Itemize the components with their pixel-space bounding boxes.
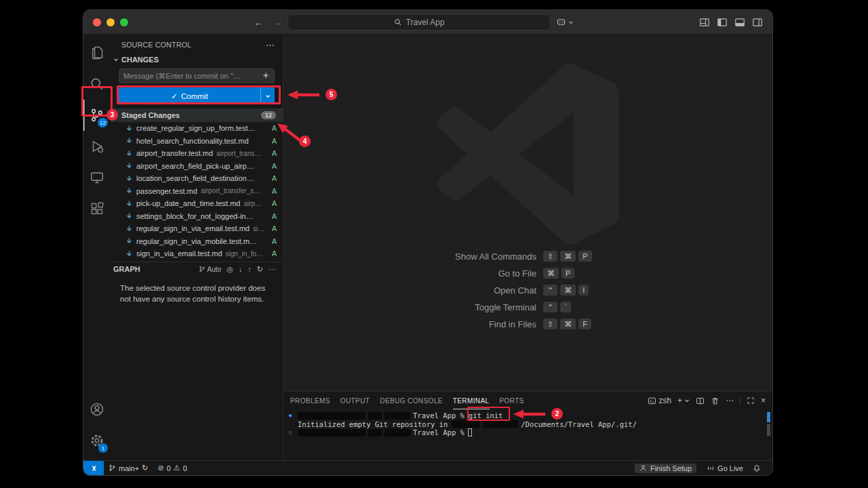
minimize-window-button[interactable] <box>106 18 115 26</box>
file-row[interactable]: regular_sign_in_via_email.test.md si… A <box>111 222 283 235</box>
activity-settings[interactable]: 1 <box>83 425 111 456</box>
key-chip: P <box>561 268 574 279</box>
maximize-panel-icon[interactable] <box>747 396 755 405</box>
copilot-menu[interactable] <box>556 17 574 27</box>
redacted-text <box>483 420 518 428</box>
command-center-search[interactable]: Travel App <box>288 14 551 30</box>
command-decoration-icon: ○ <box>289 430 298 435</box>
file-name: hotel_search_functionality.test.md <box>136 137 249 145</box>
back-icon[interactable]: ← <box>254 17 263 28</box>
tab-debug-console[interactable]: DEBUG CONSOLE <box>380 392 442 409</box>
file-row[interactable]: settings_block_for_not_logged-in_u… A <box>111 210 283 223</box>
activity-run-debug[interactable] <box>83 131 111 162</box>
staged-count-badge: 12 <box>261 111 276 119</box>
bell-icon <box>753 464 761 472</box>
key-chip: ⌃ <box>543 302 557 312</box>
markdown-file-icon <box>125 150 133 157</box>
problems-status-item[interactable]: ⊘ 0 ⚠ 0 <box>153 461 192 475</box>
file-row[interactable]: location_search_field_destination_l… A <box>111 172 283 185</box>
markdown-file-icon <box>125 187 133 195</box>
changes-section-header[interactable]: CHANGES <box>111 52 283 67</box>
pull-icon[interactable]: ↓ <box>239 265 243 273</box>
terminal-output-path: /Documents/Travel App/.git/ <box>521 420 637 428</box>
file-folder: airp… <box>243 200 268 207</box>
go-live-button[interactable]: Go Live <box>702 461 748 475</box>
close-panel-icon[interactable]: × <box>761 396 766 405</box>
activity-remote-explorer[interactable] <box>83 162 111 193</box>
terminal-shell-picker[interactable]: zsh <box>648 396 671 405</box>
generate-commit-message-icon[interactable] <box>262 72 270 80</box>
key-chip: ⌃ <box>543 285 557 296</box>
more-icon[interactable]: ⋯ <box>269 265 276 274</box>
remote-indicator[interactable] <box>83 461 104 475</box>
shortcut-label: Find in Files <box>411 319 543 329</box>
trash-icon[interactable] <box>711 396 719 405</box>
more-actions-icon[interactable]: ⋯ <box>266 40 275 50</box>
file-row[interactable]: sign_in_via_email.test.md sign_in_fo… A <box>111 247 283 260</box>
toggle-primary-sidebar-icon[interactable] <box>717 17 728 28</box>
toggle-secondary-sidebar-icon[interactable] <box>752 17 763 28</box>
file-row[interactable]: airport_transfer.test.md airport_trans… … <box>111 147 283 160</box>
activity-account[interactable] <box>83 394 111 425</box>
error-count: 0 <box>167 464 171 472</box>
check-icon: ✓ <box>171 92 178 101</box>
file-name: airport_search_field_pick-up_airpor… <box>136 162 257 170</box>
customize-layout-icon[interactable] <box>699 17 710 28</box>
activity-source-control[interactable]: 12 <box>83 100 111 131</box>
push-icon[interactable]: ↑ <box>248 265 252 273</box>
split-terminal-icon[interactable] <box>696 396 705 405</box>
terminal-scroll-decoration[interactable] <box>767 412 770 422</box>
tab-terminal[interactable]: TERMINAL <box>453 392 490 409</box>
terminal-line: ● Travel App % git init <box>289 411 772 420</box>
divider <box>740 396 741 405</box>
finish-setup-label: Finish Setup <box>650 464 692 472</box>
file-name: airport_transfer.test.md <box>136 149 213 157</box>
activity-search[interactable] <box>83 68 111 100</box>
commit-button-label: Commit <box>181 92 208 100</box>
source-control-sidebar: SOURCE CONTROL ⋯ CHANGES ✓ Commit <box>111 35 283 460</box>
target-icon[interactable]: ◎ <box>226 265 233 274</box>
commit-message-input[interactable] <box>123 72 259 80</box>
close-window-button[interactable] <box>93 18 101 26</box>
graph-auto-toggle[interactable]: Auto <box>199 266 222 273</box>
more-icon[interactable]: ⋯ <box>726 396 734 405</box>
branch-status-item[interactable]: main+ ↻ <box>104 461 153 475</box>
file-row[interactable]: passenger.test.md airport_transfer_s… A <box>111 185 283 198</box>
commit-dropdown-button[interactable] <box>260 87 275 104</box>
finish-setup-button[interactable]: Finish Setup <box>635 464 696 473</box>
file-row[interactable]: regular_sign_in_via_mobile.test.md… A <box>111 235 283 248</box>
activity-explorer[interactable] <box>83 37 111 68</box>
file-name: regular_sign_in_via_mobile.test.md… <box>136 237 257 245</box>
branch-icon <box>199 266 205 272</box>
warning-count: 0 <box>183 464 187 472</box>
key-chip: F <box>578 319 591 329</box>
file-row[interactable]: hotel_search_functionality.test.md A <box>111 135 283 148</box>
terminal[interactable]: ● Travel App % git init Initialized empt… <box>283 409 772 460</box>
file-folder: sign_in_fo… <box>226 250 269 258</box>
file-row[interactable]: pick-up_date_and_time.test.md airp… A <box>111 197 283 210</box>
zoom-window-button[interactable] <box>120 18 128 26</box>
toggle-panel-icon[interactable] <box>734 17 745 28</box>
terminal-scrollbar-thumb[interactable] <box>767 424 770 436</box>
tab-output[interactable]: OUTPUT <box>340 392 370 409</box>
activity-extensions[interactable] <box>83 193 111 224</box>
git-status-badge: A <box>272 174 277 182</box>
git-status-badge: A <box>272 249 277 258</box>
file-row[interactable]: airport_search_field_pick-up_airpor… A <box>111 160 283 173</box>
file-row[interactable]: create_regular_sign_up_form.test.md A <box>111 122 283 135</box>
git-status-badge: A <box>272 199 277 207</box>
graph-section-header[interactable]: GRAPH Auto ◎ ↓ ↑ ↻ ⋯ <box>111 262 283 277</box>
markdown-file-icon <box>125 225 133 232</box>
tab-problems[interactable]: PROBLEMS <box>290 392 330 409</box>
new-terminal-button[interactable]: + <box>677 396 690 405</box>
warning-icon: ⚠ <box>174 464 180 472</box>
refresh-icon[interactable]: ↻ <box>257 265 263 274</box>
tab-ports[interactable]: PORTS <box>500 392 524 409</box>
notifications-button[interactable] <box>748 461 766 475</box>
broadcast-icon <box>707 464 715 472</box>
forward-icon[interactable]: → <box>273 17 282 28</box>
finish-setup-icon <box>639 464 647 472</box>
staged-changes-header[interactable]: Staged Changes 12 <box>111 108 283 122</box>
commit-button[interactable]: ✓ Commit <box>119 87 260 104</box>
redacted-text <box>298 429 366 436</box>
